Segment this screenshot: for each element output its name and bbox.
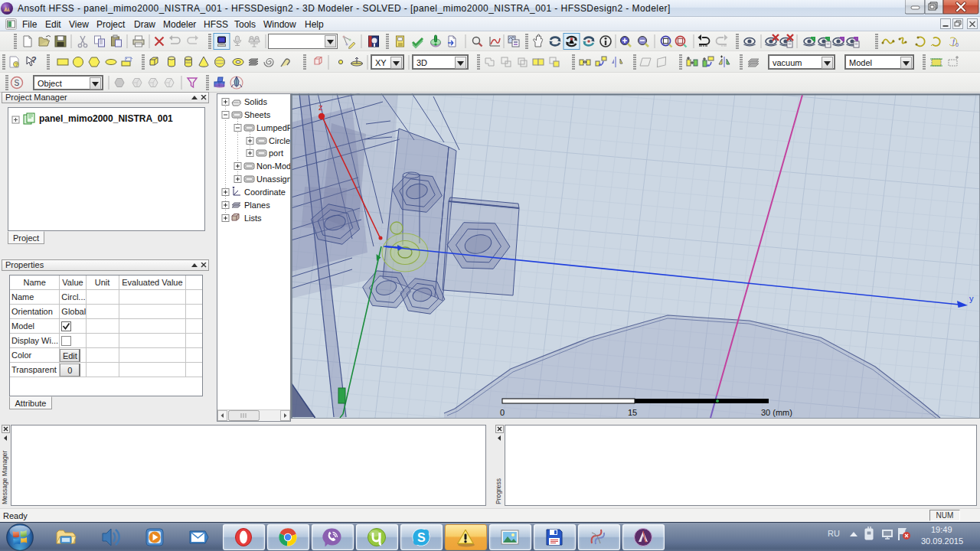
svg-text:y: y xyxy=(969,294,974,303)
svg-text:Unassign: Unassign xyxy=(256,174,291,184)
svg-text:0: 0 xyxy=(956,42,959,47)
svg-text:?: ? xyxy=(15,61,18,68)
svg-text:?: ? xyxy=(31,55,37,64)
svg-text:Sheets: Sheets xyxy=(244,110,271,119)
svg-text:0: 0 xyxy=(500,408,505,417)
svg-text:Circle1: Circle1 xyxy=(269,136,291,145)
svg-text:LumpedP: LumpedP xyxy=(256,123,291,132)
svg-text:15: 15 xyxy=(628,408,637,417)
svg-text:Coordinate: Coordinate xyxy=(244,187,286,197)
svg-text:S: S xyxy=(15,79,20,87)
svg-text:Solids: Solids xyxy=(244,97,267,106)
svg-text:Non-Mod: Non-Mod xyxy=(256,161,291,171)
svg-text:Planes: Planes xyxy=(244,201,270,210)
svg-text:port: port xyxy=(269,148,283,158)
svg-text:S: S xyxy=(417,531,426,544)
svg-text:Lists: Lists xyxy=(244,214,262,223)
svg-text:z: z xyxy=(318,103,323,112)
svg-text:30 (mm): 30 (mm) xyxy=(761,408,792,417)
